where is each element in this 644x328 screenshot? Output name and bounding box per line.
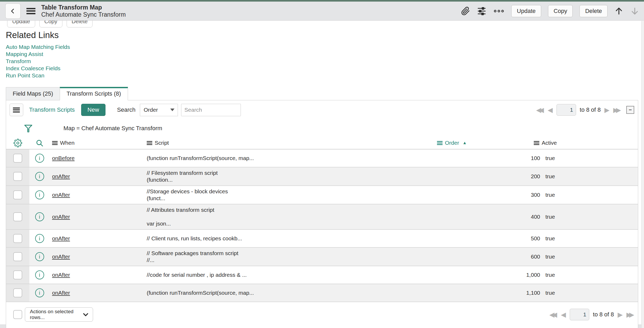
page: Table Transform Map Chef Automate Sync T… <box>0 0 644 328</box>
attachment-icon[interactable] <box>461 7 470 16</box>
more-options-icon[interactable] <box>493 9 504 13</box>
info-icon[interactable] <box>35 172 44 181</box>
info-icon[interactable] <box>35 270 44 279</box>
column-header-order[interactable]: Order ▲ <box>436 140 542 146</box>
personalize-list-gear-icon[interactable] <box>13 139 22 147</box>
row-checkbox[interactable] <box>13 190 22 199</box>
scroll-up-icon[interactable] <box>614 7 623 16</box>
last-page-button[interactable]: ▶▶ <box>613 107 621 113</box>
row-checkbox[interactable] <box>13 154 22 163</box>
personalize-form-icon[interactable] <box>477 6 486 16</box>
table-row: onAfter // Filesystem transform script(f… <box>6 167 638 186</box>
row-select-cell <box>6 149 29 167</box>
table-row: onAfter //code for serial number , ip ad… <box>6 266 638 284</box>
table-row: onAfter // Attributes transform scriptva… <box>6 204 638 230</box>
back-button[interactable] <box>5 3 21 19</box>
next-page-button[interactable]: ▶ <box>618 311 623 318</box>
active-cell: true <box>542 168 638 185</box>
select-all-checkbox[interactable] <box>13 310 22 319</box>
update-button[interactable]: Update <box>511 5 541 17</box>
actions-on-selected-rows-select[interactable]: Actions on selected rows... <box>25 307 93 322</box>
script-cell: // Filesystem transform script(function.… <box>141 167 436 185</box>
link-auto-map-matching-fields[interactable]: Auto Map Matching Fields <box>6 43 638 50</box>
column-menu-icon <box>52 141 58 145</box>
when-link[interactable]: onAfter <box>52 192 70 198</box>
link-mapping-assist[interactable]: Mapping Assist <box>6 50 638 58</box>
list-menu-button[interactable] <box>10 104 23 116</box>
tab-transform-scripts[interactable]: Transform Scripts (8) <box>60 87 128 100</box>
bottom-pager: ◀◀ ◀ to 8 of 8 ▶ ▶▶ <box>549 309 634 320</box>
page-subtitle: Chef Automate Sync Transform <box>41 11 126 18</box>
info-icon[interactable] <box>35 154 44 163</box>
search-input[interactable] <box>181 104 241 116</box>
vertical-scrollbar[interactable] <box>641 21 644 328</box>
context-menu-icon[interactable] <box>26 8 35 14</box>
first-page-button[interactable]: ◀◀ <box>536 107 544 113</box>
collapse-list-button[interactable] <box>626 106 634 114</box>
info-icon[interactable] <box>35 288 44 297</box>
info-icon[interactable] <box>35 234 44 243</box>
next-page-button[interactable]: ▶ <box>604 107 609 113</box>
search-column-select[interactable]: Order <box>140 104 178 116</box>
copy-button[interactable]: Copy <box>548 5 573 17</box>
row-checkbox[interactable] <box>13 288 22 297</box>
related-links: Auto Map Matching Fields Mapping Assist … <box>6 43 638 79</box>
when-cell: onAfter <box>50 266 141 284</box>
first-page-button[interactable]: ◀◀ <box>549 311 557 318</box>
row-info-cell <box>29 284 50 302</box>
when-link[interactable]: onAfter <box>52 290 70 296</box>
info-icon[interactable] <box>35 190 44 199</box>
active-cell: true <box>542 208 638 226</box>
form-copy-button[interactable]: Copy <box>39 21 62 27</box>
when-link[interactable]: onAfter <box>52 173 70 180</box>
list-toolbar: Transform Scripts New Search Order ◀◀ ◀ … <box>6 100 638 119</box>
info-icon[interactable] <box>35 252 44 261</box>
chevron-left-icon <box>10 8 16 15</box>
when-cell: onAfter <box>50 284 141 302</box>
tab-field-maps[interactable]: Field Maps (25) <box>6 87 60 100</box>
search-column-value: Order <box>144 107 158 113</box>
page-number-input[interactable] <box>570 309 589 320</box>
row-select-cell <box>6 167 29 185</box>
info-icon[interactable] <box>35 212 44 221</box>
link-index-coalesce-fields[interactable]: Index Coalesce Fields <box>6 65 638 72</box>
last-page-button[interactable]: ▶▶ <box>627 311 634 318</box>
scroll-down-icon[interactable] <box>630 7 639 16</box>
list-footer: Actions on selected rows... ◀◀ ◀ to 8 of… <box>6 302 638 328</box>
form-update-button[interactable]: Update <box>7 21 35 27</box>
page-title: Table Transform Map <box>41 4 126 11</box>
row-checkbox[interactable] <box>13 270 22 279</box>
active-cell: true <box>542 186 638 204</box>
when-link[interactable]: onAfter <box>52 235 70 242</box>
prev-page-button[interactable]: ◀ <box>561 311 566 318</box>
link-run-point-scan[interactable]: Run Point Scan <box>6 72 638 79</box>
when-link[interactable]: onAfter <box>52 254 70 260</box>
filter-icon[interactable] <box>24 124 33 133</box>
column-header-script[interactable]: Script <box>141 140 436 146</box>
row-checkbox[interactable] <box>13 234 22 243</box>
column-menu-icon <box>534 141 539 145</box>
column-menu-icon <box>437 141 443 145</box>
row-checkbox[interactable] <box>13 172 22 181</box>
prev-page-button[interactable]: ◀ <box>548 107 553 113</box>
row-info-cell <box>29 186 50 204</box>
row-select-cell <box>6 204 29 229</box>
when-link[interactable]: onAfter <box>52 214 70 220</box>
page-number-input[interactable] <box>556 104 576 116</box>
when-link[interactable]: onAfter <box>52 272 70 278</box>
link-transform[interactable]: Transform <box>6 58 638 65</box>
row-checkbox[interactable] <box>13 212 22 221</box>
search-row-icon[interactable] <box>35 139 44 147</box>
column-label-active: Active <box>542 140 557 146</box>
transform-scripts-list: Transform Scripts New Search Order ◀◀ ◀ … <box>6 100 638 328</box>
column-header-when[interactable]: When <box>50 140 141 146</box>
new-button[interactable]: New <box>81 104 105 116</box>
filter-breadcrumb[interactable]: Map = Chef Automate Sync Transform <box>63 125 162 132</box>
related-links-heading: Related Links <box>6 30 638 40</box>
when-link[interactable]: onBefore <box>52 155 75 161</box>
row-checkbox[interactable] <box>13 252 22 261</box>
delete-button[interactable]: Delete <box>579 5 608 17</box>
column-header-active[interactable]: Active <box>530 140 638 146</box>
order-cell: 500 <box>436 230 542 247</box>
form-delete-button[interactable]: Delete <box>67 21 93 27</box>
